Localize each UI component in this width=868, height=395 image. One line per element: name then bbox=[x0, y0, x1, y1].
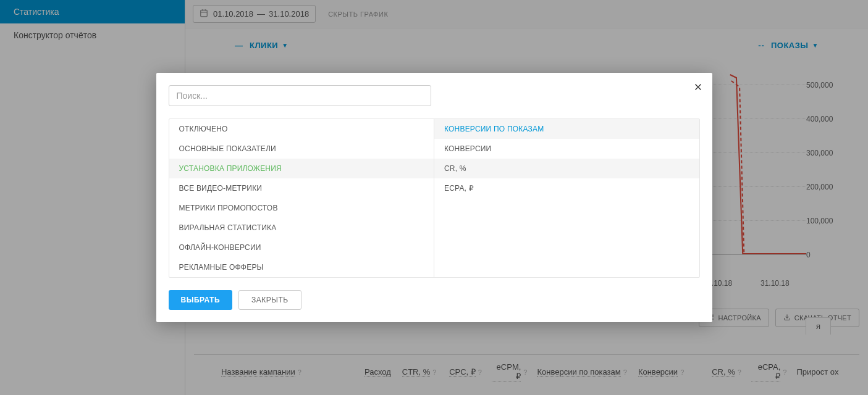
category-ad-offers[interactable]: РЕКЛАМНЫЕ ОФФЕРЫ bbox=[169, 257, 434, 277]
modal-search-input[interactable] bbox=[169, 85, 431, 106]
category-offline-conversions[interactable]: ОФЛАЙН-КОНВЕРСИИ bbox=[169, 238, 434, 257]
modal-categories-column: ОТКЛЮЧЕНО ОСНОВНЫЕ ПОКАЗАТЕЛИ УСТАНОВКА … bbox=[169, 119, 435, 277]
metric-cr[interactable]: CR, % bbox=[434, 159, 699, 178]
modal-metrics-column: КОНВЕРСИИ ПО ПОКАЗАМ КОНВЕРСИИ CR, % ECP… bbox=[434, 119, 699, 277]
metric-selector-modal: ОТКЛЮЧЕНО ОСНОВНЫЕ ПОКАЗАТЕЛИ УСТАНОВКА … bbox=[156, 73, 712, 322]
category-viral-stats[interactable]: ВИРАЛЬНАЯ СТАТИСТИКА bbox=[169, 218, 434, 238]
category-main-metrics[interactable]: ОСНОВНЫЕ ПОКАЗАТЕЛИ bbox=[169, 139, 434, 159]
metric-ecpa[interactable]: ECPA, ₽ bbox=[434, 178, 699, 198]
category-video-metrics[interactable]: ВСЕ ВИДЕО-МЕТРИКИ bbox=[169, 178, 434, 198]
select-button[interactable]: ВЫБРАТЬ bbox=[169, 290, 233, 310]
modal-close-button[interactable] bbox=[693, 81, 704, 95]
modal-overlay[interactable]: ОТКЛЮЧЕНО ОСНОВНЫЕ ПОКАЗАТЕЛИ УСТАНОВКА … bbox=[0, 0, 868, 395]
category-disabled[interactable]: ОТКЛЮЧЕНО bbox=[169, 119, 434, 139]
close-button[interactable]: ЗАКРЫТЬ bbox=[238, 290, 301, 310]
modal-body: ОТКЛЮЧЕНО ОСНОВНЫЕ ПОКАЗАТЕЛИ УСТАНОВКА … bbox=[169, 118, 700, 278]
modal-footer: ВЫБРАТЬ ЗАКРЫТЬ bbox=[156, 278, 712, 322]
close-icon bbox=[693, 81, 704, 93]
metric-view-conversions[interactable]: КОНВЕРСИИ ПО ПОКАЗАМ bbox=[434, 119, 699, 139]
metric-conversions[interactable]: КОНВЕРСИИ bbox=[434, 139, 699, 159]
category-promopost-metrics[interactable]: МЕТРИКИ ПРОМОПОСТОВ bbox=[169, 198, 434, 218]
category-app-install[interactable]: УСТАНОВКА ПРИЛОЖЕНИЯ bbox=[169, 159, 434, 178]
